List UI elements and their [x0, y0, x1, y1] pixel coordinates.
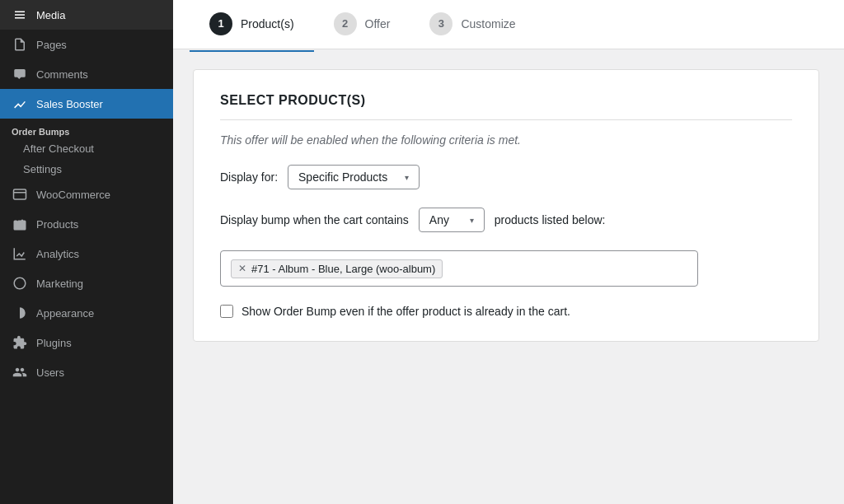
sidebar-item-label: Appearance	[36, 307, 94, 320]
users-icon	[12, 364, 28, 380]
display-bump-label-before: Display bump when the cart contains	[220, 213, 409, 226]
card-title: SELECT PRODUCT(S)	[220, 93, 792, 120]
chevron-down-icon-2: ▾	[470, 216, 474, 225]
sidebar-item-pages[interactable]: Pages	[0, 30, 173, 59]
tab-customize[interactable]: 3 Customize	[410, 0, 535, 52]
display-for-value: Specific Products	[298, 170, 387, 184]
pages-icon	[12, 36, 28, 53]
tab-number-3: 3	[429, 12, 452, 35]
sidebar-item-woocommerce[interactable]: WooCommerce	[0, 180, 173, 209]
sidebar-item-comments[interactable]: Comments	[0, 59, 173, 89]
tab-label-customize: Customize	[461, 17, 515, 30]
sidebar-item-products[interactable]: Products	[0, 209, 173, 239]
chevron-down-icon: ▾	[405, 173, 409, 182]
marketing-icon	[12, 275, 28, 292]
sidebar-item-label: WooCommerce	[36, 189, 110, 201]
display-bump-row: Display bump when the cart contains Any …	[220, 208, 792, 232]
wizard-tabs: 1 Product(s) 2 Offer 3 Customize	[173, 0, 844, 49]
tab-number-2: 2	[334, 12, 357, 35]
tab-label-products: Product(s)	[241, 17, 294, 30]
sidebar-sub-settings[interactable]: Settings	[0, 159, 173, 180]
any-value: Any	[429, 213, 449, 226]
woocommerce-icon	[12, 186, 28, 203]
checkbox-label: Show Order Bump even if the offer produc…	[241, 305, 570, 318]
sidebar-sub-after-checkout[interactable]: After Checkout	[0, 138, 173, 159]
display-for-row: Display for: Specific Products ▾	[220, 165, 792, 189]
tab-label-offer: Offer	[365, 17, 391, 30]
display-bump-label-after: products listed below:	[495, 213, 606, 226]
tab-number-1: 1	[209, 12, 232, 35]
sidebar-item-analytics[interactable]: Analytics	[0, 239, 173, 268]
sidebar-item-label: Pages	[36, 39, 67, 51]
sidebar-item-sales-booster[interactable]: Sales Booster	[0, 89, 173, 119]
tag-remove-button[interactable]: ✕	[238, 263, 246, 274]
sidebar-item-label: Analytics	[36, 248, 79, 260]
sidebar-item-users[interactable]: Users	[0, 357, 173, 387]
content-area: SELECT PRODUCT(S) This offer will be ena…	[173, 49, 844, 504]
sidebar: Media Pages Comments Sales Booster Order…	[0, 0, 173, 504]
appearance-icon	[12, 305, 28, 321]
sales-booster-icon	[12, 96, 28, 112]
plugins-icon	[12, 334, 28, 351]
tag-label: #71 - Album - Blue, Large (woo-album)	[251, 263, 435, 275]
select-products-card: SELECT PRODUCT(S) This offer will be ena…	[193, 69, 819, 342]
checkbox-row: Show Order Bump even if the offer produc…	[220, 305, 792, 318]
sidebar-item-appearance[interactable]: Appearance	[0, 298, 173, 328]
products-icon	[12, 216, 28, 232]
card-description: This offer will be enabled when the foll…	[220, 133, 792, 147]
sidebar-item-label: Sales Booster	[36, 98, 103, 110]
sidebar-item-label: Media	[36, 9, 65, 21]
products-tags-input[interactable]: ✕ #71 - Album - Blue, Large (woo-album)	[220, 250, 698, 287]
order-bumps-header: Order Bumps	[0, 119, 173, 138]
product-tag: ✕ #71 - Album - Blue, Large (woo-album)	[231, 259, 443, 278]
media-icon	[12, 7, 28, 23]
tab-products[interactable]: 1 Product(s)	[190, 0, 314, 52]
sidebar-item-label: Products	[36, 218, 78, 231]
comments-icon	[12, 66, 28, 82]
main-content: 1 Product(s) 2 Offer 3 Customize SELECT …	[173, 0, 844, 504]
display-for-dropdown[interactable]: Specific Products ▾	[288, 165, 420, 189]
analytics-icon	[12, 245, 28, 262]
show-order-bump-checkbox[interactable]	[220, 305, 233, 318]
any-dropdown[interactable]: Any ▾	[419, 208, 485, 232]
display-for-label: Display for:	[220, 170, 278, 184]
sidebar-item-label: Marketing	[36, 278, 83, 290]
tab-offer[interactable]: 2 Offer	[314, 0, 410, 52]
sidebar-item-media[interactable]: Media	[0, 0, 173, 30]
sidebar-item-label: Comments	[36, 68, 88, 81]
sidebar-item-marketing[interactable]: Marketing	[0, 268, 173, 298]
sidebar-item-plugins[interactable]: Plugins	[0, 328, 173, 357]
sidebar-item-label: Plugins	[36, 337, 72, 349]
svg-rect-0	[14, 189, 26, 199]
sidebar-item-label: Users	[36, 366, 64, 379]
